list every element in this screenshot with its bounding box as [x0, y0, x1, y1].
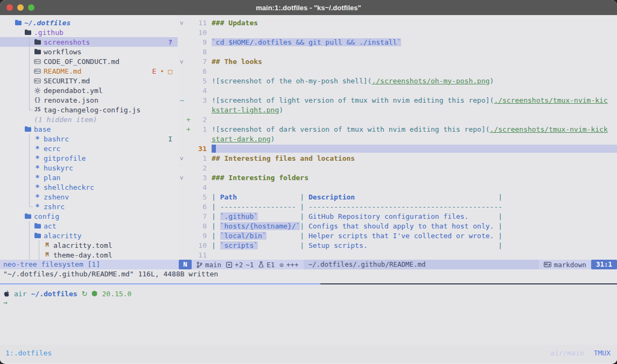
- tmux-statusbar: 1:.dotfiles air/main TMUX: [0, 345, 617, 363]
- tree-item-1-hidden-item[interactable]: (1 hidden item): [0, 115, 178, 124]
- record-group: ⊙ +++: [279, 261, 298, 269]
- tree-item-label: workflows: [44, 48, 81, 56]
- pane-divider-inactive: [320, 283, 617, 284]
- editor-line[interactable]: 8: [178, 47, 617, 56]
- star-icon: *: [34, 183, 41, 191]
- tree-item-label: alacritty: [44, 232, 81, 240]
- tree-guide: [29, 144, 30, 153]
- tree-item-label: alacritty.toml: [53, 241, 113, 249]
- status-badge: E: [152, 67, 157, 75]
- filetype-group: markdown: [544, 261, 586, 269]
- line-number: 1: [193, 125, 207, 133]
- tree-item-theme-day-toml[interactable]: Mtheme-day.toml: [0, 250, 178, 260]
- tree-item-label: shellcheckrc: [44, 183, 94, 191]
- editor-line[interactable]: v3### Interesting folders: [178, 173, 617, 182]
- star-icon: *: [34, 135, 41, 142]
- line-text: ### Interesting folders: [212, 174, 617, 182]
- tree-item-act[interactable]: act: [0, 221, 178, 231]
- mdfile-icon: [34, 59, 41, 64]
- editor-line[interactable]: kstart-light.png): [178, 105, 617, 115]
- editor-line[interactable]: 6| ------------------ | ----------------…: [178, 202, 617, 211]
- prompt-arrow: →: [0, 298, 617, 308]
- markdown-link: ./screenshots/tmux-nvim-kick: [490, 125, 608, 133]
- editor-line[interactable]: 8| `hosts/{hostname}/`| Configs that sho…: [178, 221, 617, 231]
- tree-item-huskyrc[interactable]: *huskyrc: [0, 163, 178, 173]
- tree-guide: [29, 221, 30, 231]
- tree-item-tag-changelog-config-js[interactable]: JStag-changelog-config.js: [0, 105, 178, 115]
- tree-item-dependabot-yml[interactable]: dependabot.yml: [0, 85, 178, 95]
- star-icon: *: [34, 154, 41, 162]
- editor-line[interactable]: 5| Path| Description|: [178, 192, 617, 202]
- table-cell: Path: [220, 193, 300, 201]
- close-button[interactable]: [6, 4, 13, 11]
- minimize-button[interactable]: [17, 4, 24, 11]
- tree-item-bashrc[interactable]: *bashrcI: [0, 134, 178, 144]
- tree-item-zshrc[interactable]: *zshrc: [0, 202, 178, 211]
- tree-item-gitprofile[interactable]: *gitprofile: [0, 153, 178, 163]
- text-segment: ### Updates: [212, 19, 258, 27]
- tree-item-readme-md[interactable]: README.mdE•□: [0, 66, 178, 76]
- tree-item-security-md[interactable]: SECURITY.md: [0, 76, 178, 85]
- tree-item-ecrc[interactable]: *ecrc: [0, 144, 178, 153]
- tree-guide: [29, 250, 30, 260]
- text-segment: ----------------------------------------…: [308, 203, 502, 211]
- editor-line[interactable]: v7## The looks: [178, 56, 617, 66]
- fold-chevron-icon: v: [178, 174, 186, 181]
- editor-line[interactable]: 2: [178, 163, 617, 173]
- tree-guide: [29, 95, 30, 105]
- tree-item-github[interactable]: .github: [0, 27, 178, 37]
- editor-line[interactable]: 7| `.github`| GitHub Repository configur…: [178, 211, 617, 221]
- status-badge: I: [168, 135, 172, 143]
- tree-item-workflows[interactable]: workflows: [0, 47, 178, 56]
- tmux-window-item[interactable]: 1:.dotfiles: [5, 349, 52, 357]
- editor-line[interactable]: ~3![screenshot of light version of tmux …: [178, 95, 617, 105]
- editor-line[interactable]: 31: [178, 144, 617, 153]
- editor-line[interactable]: v11### Updates: [178, 18, 617, 27]
- editor-line[interactable]: 11: [178, 250, 617, 260]
- tree-guide: [29, 240, 30, 250]
- editor-line[interactable]: 5![screenshot of the oh-my-posh shell](.…: [178, 76, 617, 85]
- tree-item-dotfiles[interactable]: ~/.dotfiles: [0, 18, 178, 27]
- editor-line[interactable]: 9| `local/bin`| Helper scripts that I've…: [178, 231, 617, 240]
- editor-line[interactable]: 10| `scripts`| Setup scripts.|: [178, 240, 617, 250]
- tree-item-label: README.md: [44, 67, 81, 75]
- line-text: start-dark.png): [212, 135, 617, 143]
- gitsign-added: +: [186, 116, 193, 124]
- status-badge: □: [168, 67, 172, 75]
- editor-line[interactable]: +1![screenshot of dark version of tmux w…: [178, 124, 617, 134]
- editor-pane[interactable]: v11### Updates109`cd $HOME/.dotfiles && …: [178, 15, 617, 269]
- tree-item-config[interactable]: config: [0, 211, 178, 221]
- line-number: 6: [193, 203, 207, 211]
- node-version: 20.15.0: [102, 290, 131, 298]
- tree-guide: [29, 231, 30, 240]
- text-segment: |: [300, 222, 308, 230]
- editor-line[interactable]: 4: [178, 85, 617, 95]
- editor-line[interactable]: start-dark.png): [178, 134, 617, 144]
- neotree-statusline: neo-tree filesystem [1]: [0, 260, 178, 269]
- tree-item-code-of-conduct-md[interactable]: CODE_OF_CONDUCT.md: [0, 56, 178, 66]
- line-number: 8: [193, 48, 207, 56]
- editor-line[interactable]: 4: [178, 182, 617, 192]
- line-text: | `local/bin`| Helper scripts that I've …: [212, 232, 617, 240]
- titlebar: main:1:.dotfiles - "ks~/.dotfiles": [0, 0, 617, 15]
- tree-item-alacritty[interactable]: alacritty: [0, 231, 178, 240]
- tree-item-shellcheckrc[interactable]: *shellcheckrc: [0, 182, 178, 192]
- tree-item-zshenv[interactable]: *zshenv: [0, 192, 178, 202]
- tree-item-plan[interactable]: *plan: [0, 173, 178, 182]
- tree-item-alacritty-toml[interactable]: Malacritty.toml: [0, 240, 178, 250]
- tmux-pane-divider[interactable]: [0, 283, 617, 284]
- tree-item-screenshots[interactable]: screenshots?: [0, 37, 178, 47]
- editor-line[interactable]: 10: [178, 27, 617, 37]
- tree-item-renovate-json[interactable]: {}renovate.json: [0, 95, 178, 105]
- tree-item-label: act: [44, 222, 56, 230]
- editor-line[interactable]: 9`cd $HOME/.dotfiles && git pull && ./in…: [178, 37, 617, 47]
- editor-line[interactable]: 6: [178, 66, 617, 76]
- tree-guide: [29, 163, 30, 173]
- editor-line[interactable]: +2: [178, 115, 617, 124]
- tree-item-base[interactable]: base: [0, 124, 178, 134]
- editor-line[interactable]: v1## Interesting files and locations: [178, 153, 617, 163]
- status-badge: •: [160, 67, 164, 75]
- zoom-button[interactable]: [28, 4, 34, 11]
- shell-pane[interactable]: air ~/.dotfiles ↻ 20.15.0 → 1:.dotfiles …: [0, 284, 617, 363]
- tree-item-label: SECURITY.md: [44, 77, 90, 85]
